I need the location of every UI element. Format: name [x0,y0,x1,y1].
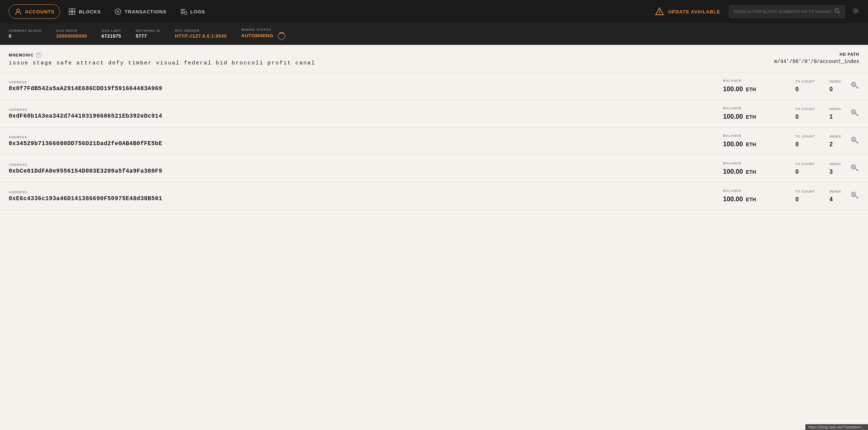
search-icon[interactable] [834,8,840,15]
nav-blocks-label: BLOCKS [79,9,101,14]
mnemonic-help-icon[interactable]: ? [36,52,42,58]
nav-blocks[interactable]: BLOCKS [63,5,106,18]
account-key-button-4[interactable] [841,190,859,202]
header: ACCOUNTS BLOCKS TRANSACTIONS [0,0,868,23]
tx-count-value-3: 0 [795,169,815,175]
status-bar: CURRENT BLOCK 0 GAS PRICE 20000000000 GA… [0,23,868,45]
index-label-0: INDEX [829,80,841,83]
gas-price: GAS PRICE 20000000000 [56,29,94,39]
account-key-button-1[interactable] [841,108,859,119]
index-label-1: INDEX [829,107,841,111]
nav-accounts[interactable]: ACCOUNTS [9,4,60,19]
svg-rect-6 [181,9,186,10]
account-row: ADDRESS 0xdF60b1A3ea342d744103196686521E… [0,100,868,127]
search-bar [729,5,845,18]
tx-count-value-1: 0 [795,114,815,120]
svg-point-28 [853,138,855,140]
tx-count-label-3: TX COUNT [795,162,815,166]
balance-unit-0: ETH [746,87,756,92]
svg-point-16 [855,10,857,12]
tx-count-value-0: 0 [795,86,815,93]
balance-amount-4: 100.00 [723,195,743,203]
index-value-0: 0 [829,86,841,93]
hd-path-value: m/44'/60'/0'/0/account_index [774,59,859,64]
account-left-0: ADDRESS 0x0f7FdB542a5aA2914E686CDD19f591… [9,80,708,92]
network-id: NETWORK ID 5777 [136,29,168,39]
balance-label-3: BALANCE [723,161,781,165]
svg-point-33 [853,166,855,168]
account-key-button-0[interactable] [841,80,859,92]
nav-logs[interactable]: LOGS [174,5,210,18]
index-label-4: INDEX [829,190,841,193]
logs-icon [180,8,187,16]
tx-count-label-1: TX COUNT [795,107,815,111]
rpc-server: RPC SERVER HTTP://127.0.0.1:8545 [175,29,234,39]
balance-label-1: BALANCE [723,106,781,110]
balance-amount-2: 100.00 [723,140,743,148]
nav-transactions[interactable]: TRANSACTIONS [109,5,172,18]
balance-row-0: 100.00 ETH [723,85,781,93]
mnemonic-left: MNEMONIC ? issue stage safe attract defy… [9,52,315,66]
address-label-2: ADDRESS [9,135,708,139]
blocks-icon [68,8,76,16]
accounts-list: ADDRESS 0x0f7FdB542a5aA2914E686CDD19f591… [0,72,868,210]
gas-price-value: 20000000000 [56,33,87,39]
account-row: ADDRESS 0x0f7FdB542a5aA2914E686CDD19f591… [0,72,868,100]
account-balance-2: BALANCE 100.00 ETH [708,134,781,148]
tx-count-item-1: TX COUNT 0 [795,107,815,120]
account-key-button-2[interactable] [841,135,859,147]
tx-count-item-0: TX COUNT 0 [795,80,815,93]
search-input[interactable] [734,9,831,14]
account-row: ADDRESS 0xE6c4336c193a46D141386690F50975… [0,182,868,210]
balance-unit-4: ETH [746,197,756,202]
account-row: ADDRESS 0xbCe01DdFA0e9556154D003E3209a5f… [0,155,868,182]
svg-rect-1 [69,9,72,11]
svg-rect-7 [181,10,184,11]
hd-path-title: HD PATH [774,52,859,56]
balance-unit-2: ETH [746,142,756,147]
balance-row-4: 100.00 ETH [723,195,781,203]
transactions-icon [114,8,122,16]
account-meta-3: TX COUNT 0 INDEX 3 [781,162,841,175]
address-label-1: ADDRESS [9,108,708,111]
address-label-3: ADDRESS [9,163,708,166]
account-left-1: ADDRESS 0xdF60b1A3ea342d744103196686521E… [9,108,708,119]
account-balance-1: BALANCE 100.00 ETH [708,106,781,121]
rpc-server-value: HTTP://127.0.0.1:8545 [175,33,227,39]
tx-count-label-2: TX COUNT [795,135,815,138]
svg-point-23 [853,111,855,113]
index-value-1: 1 [829,114,841,120]
index-value-2: 2 [829,141,841,148]
svg-rect-8 [181,12,185,13]
tx-count-label-0: TX COUNT [795,80,815,83]
index-label-2: INDEX [829,135,841,138]
address-value-2: 0x34529b71366080DD756D21Dad2fe0AB4B0fFE5… [9,140,708,147]
index-value-3: 3 [829,169,841,175]
svg-point-38 [853,193,855,195]
address-label-4: ADDRESS [9,190,708,194]
update-available[interactable]: UPDATE AVAILABLE [654,7,720,17]
index-item-2: INDEX 2 [829,135,841,148]
address-value-1: 0xdF60b1A3ea342d744103196686521Eb392eDc9… [9,113,708,119]
network-id-value: 5777 [136,33,160,39]
address-value-3: 0xbCe01DdFA0e9556154D003E3209a5f4a9Fa380… [9,168,708,174]
svg-rect-3 [69,12,72,14]
account-balance-3: BALANCE 100.00 ETH [708,161,781,176]
index-item-3: INDEX 3 [829,162,841,175]
mnemonic-label: MNEMONIC [9,53,34,57]
account-meta-4: TX COUNT 0 INDEX 4 [781,190,841,203]
nav-transactions-label: TRANSACTIONS [125,9,167,14]
current-block: CURRENT BLOCK 0 [9,29,49,39]
balance-row-3: 100.00 ETH [723,168,781,176]
mining-status-label: MINING STATUS [241,28,286,31]
index-value-4: 4 [829,196,841,203]
mining-status: MINING STATUS AUTOMINING [241,28,293,40]
mining-spinner [278,32,286,40]
account-key-button-3[interactable] [841,163,859,174]
update-label: UPDATE AVAILABLE [668,9,720,14]
svg-point-0 [17,9,20,12]
tx-count-label-4: TX COUNT [795,190,815,193]
address-value-0: 0x0f7FdB542a5aA2914E686CDD19f591664483A9… [9,85,708,92]
settings-button[interactable] [852,7,859,16]
tx-count-value-4: 0 [795,196,815,203]
